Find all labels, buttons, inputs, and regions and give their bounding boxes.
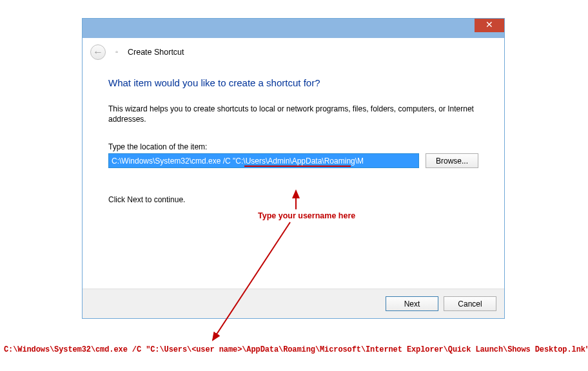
location-input-wrap [108, 153, 419, 168]
wizard-content: What item would you like to create a sho… [83, 66, 504, 211]
wizard-description: This wizard helps you to create shortcut… [108, 104, 478, 124]
wizard-header: ← ▫ Create Shortcut [83, 38, 504, 66]
browse-button[interactable]: Browse... [426, 153, 478, 168]
cancel-button[interactable]: Cancel [444, 296, 496, 311]
titlebar: ✕ [83, 19, 504, 38]
window-title: Create Shortcut [128, 48, 184, 57]
annotation-full-path: C:\Windows\System32\cmd.exe /C "C:\Users… [4, 345, 588, 354]
back-button[interactable]: ← [90, 44, 106, 60]
close-button[interactable]: ✕ [475, 19, 504, 32]
back-arrow-icon: ← [93, 46, 103, 58]
wizard-footer: Next Cancel [83, 289, 504, 318]
wizard-heading: What item would you like to create a sho… [108, 77, 478, 88]
close-icon: ✕ [485, 19, 493, 30]
location-input[interactable] [109, 154, 418, 167]
continue-hint: Click Next to continue. [108, 195, 478, 204]
next-button[interactable]: Next [386, 296, 438, 311]
annotation-username-hint: Type your username here [258, 211, 355, 220]
location-label: Type the location of the item: [108, 142, 478, 151]
shortcut-icon: ▫ [112, 48, 121, 57]
create-shortcut-dialog: ✕ ← ▫ Create Shortcut What item would yo… [82, 18, 505, 319]
